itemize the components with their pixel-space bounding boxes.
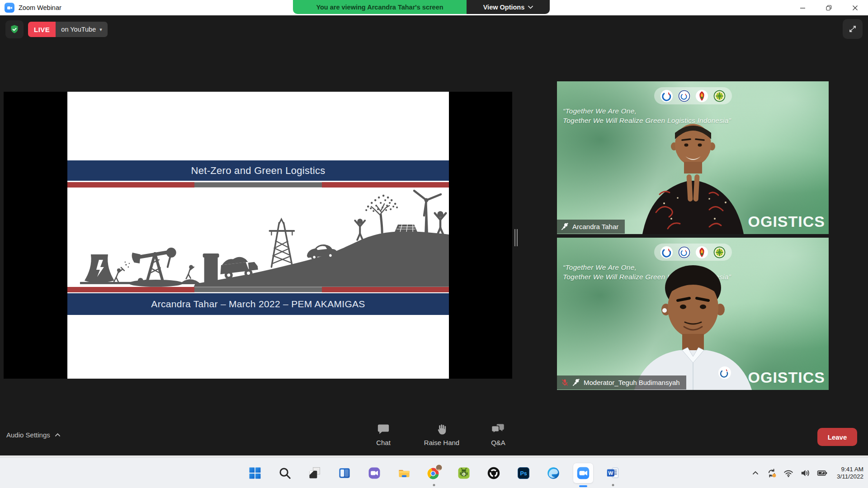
window-controls (789, 0, 868, 15)
sync-update-icon[interactable] (766, 468, 777, 479)
chevron-up-icon (55, 433, 61, 437)
running-indicator (612, 484, 614, 486)
participant-tile-moderator[interactable]: “Together We Are One, Together We Will R… (557, 238, 829, 390)
muted-mic-icon (561, 379, 569, 386)
photoshop-icon[interactable]: Ps (513, 463, 534, 483)
quote-line-1: “Together We Are One, (563, 106, 731, 116)
clock-time: 9:41 AM (837, 466, 863, 473)
edge-icon[interactable] (543, 463, 564, 483)
participant-video-arcandra (621, 122, 765, 234)
start-button-icon[interactable] (245, 463, 265, 483)
meeting-area: LIVE on YouTube ▾ Net-Zero and Green Log… (0, 15, 868, 457)
org-logo-2-icon (678, 90, 690, 102)
blue-panel-app-icon[interactable] (334, 463, 355, 483)
running-indicator (433, 484, 435, 486)
close-button[interactable] (842, 0, 868, 15)
droidcam-icon[interactable] (453, 463, 474, 483)
security-shield-icon[interactable] (5, 20, 24, 38)
live-badge: LIVE (28, 22, 56, 37)
window-title: Zoom Webinar (19, 4, 61, 11)
slide-title-bar: Net-Zero and Green Logistics (67, 160, 449, 181)
participant-name-label: Moderator_Teguh Budimansyah (557, 375, 686, 389)
chat-button[interactable]: Chat (365, 423, 401, 446)
audio-settings-button[interactable]: Audio Settings (6, 431, 61, 439)
raise-hand-icon (435, 423, 448, 436)
active-indicator (579, 485, 587, 487)
battery-saver-icon[interactable] (816, 468, 828, 479)
pin-icon (561, 223, 569, 230)
pin-icon (572, 379, 580, 386)
slide-footer-text: Arcandra Tahar – March 2022 – PEM AKAMIG… (151, 299, 365, 310)
restore-button[interactable] (816, 0, 842, 15)
system-tray: 9:41 AM 3/11/2022 (750, 458, 863, 488)
shared-screen-stage: Net-Zero and Green Logistics (4, 92, 512, 379)
screen-share-banner: You are viewing Arcandra Tahar's screen (293, 0, 467, 14)
participant-name: Moderator_Teguh Budimansyah (584, 379, 680, 386)
qa-button[interactable]: Q&A (480, 423, 516, 446)
participant-name-label: Arcandra Tahar (557, 220, 625, 234)
svg-text:W: W (608, 470, 613, 476)
slide-footer-bar: Arcandra Tahar – March 2022 – PEM AKAMIG… (67, 293, 449, 315)
titlebar: Zoom Webinar You are viewing Arcandra Ta… (0, 0, 868, 15)
volume-icon[interactable] (800, 468, 811, 479)
zoom-taskbar-icon[interactable] (573, 463, 594, 483)
zoom-webinar-window: Zoom Webinar You are viewing Arcandra Ta… (0, 0, 868, 488)
taskbar-icons: Ps W (245, 458, 623, 488)
organization-logos-pill (654, 87, 732, 104)
org-logo-1-icon (660, 90, 673, 102)
obs-studio-icon[interactable] (483, 463, 504, 483)
windows-taskbar: Ps W 9:41 AM 3/11/2022 (0, 457, 868, 488)
hidden-icons-chevron-icon[interactable] (750, 468, 760, 478)
leave-button[interactable]: Leave (817, 428, 857, 446)
minimize-button[interactable] (789, 0, 816, 15)
svg-text:Ps: Ps (520, 470, 527, 477)
chrome-icon[interactable] (424, 463, 444, 483)
panel-divider-handle[interactable] (514, 228, 518, 248)
participant-name: Arcandra Tahar (572, 223, 618, 230)
live-broadcast-pill: LIVE on YouTube ▾ (28, 22, 108, 37)
expand-arrows-icon (848, 24, 858, 34)
video-chat-app-icon[interactable] (364, 463, 385, 483)
chat-bubble-icon (377, 423, 390, 436)
fullscreen-button[interactable] (843, 19, 863, 39)
participant-video-moderator (616, 254, 770, 390)
presentation-slide: Net-Zero and Green Logistics (67, 92, 449, 379)
caret-down-icon: ▾ (99, 27, 102, 33)
slide-accent-stripe (67, 287, 449, 292)
titlebar-left: Zoom Webinar (5, 0, 61, 15)
file-explorer-icon[interactable] (394, 463, 415, 483)
zoom-app-icon (5, 3, 14, 13)
taskbar-clock[interactable]: 9:41 AM 3/11/2022 (837, 466, 863, 480)
live-platform-dropdown[interactable]: on YouTube ▾ (56, 22, 107, 37)
org-logo-3-icon (696, 90, 708, 102)
slide-accent-stripe (67, 182, 449, 188)
wifi-icon[interactable] (783, 468, 794, 479)
clock-date: 3/11/2022 (837, 473, 863, 480)
qa-bubbles-icon (491, 423, 505, 436)
slide-illustration (67, 188, 449, 287)
org-logo-4-icon (713, 90, 726, 102)
view-options-button[interactable]: View Options (467, 0, 550, 14)
slide-title: Net-Zero and Green Logistics (191, 165, 326, 177)
screenshot-tool-icon[interactable] (304, 463, 325, 483)
search-icon[interactable] (274, 463, 295, 483)
raise-hand-button[interactable]: Raise Hand (415, 423, 469, 446)
live-status-row: LIVE on YouTube ▾ (5, 20, 108, 38)
word-icon[interactable]: W (603, 463, 623, 483)
participant-tile-arcandra[interactable]: “Together We Are One, Together We Will R… (557, 81, 829, 234)
chevron-down-icon (528, 5, 533, 9)
